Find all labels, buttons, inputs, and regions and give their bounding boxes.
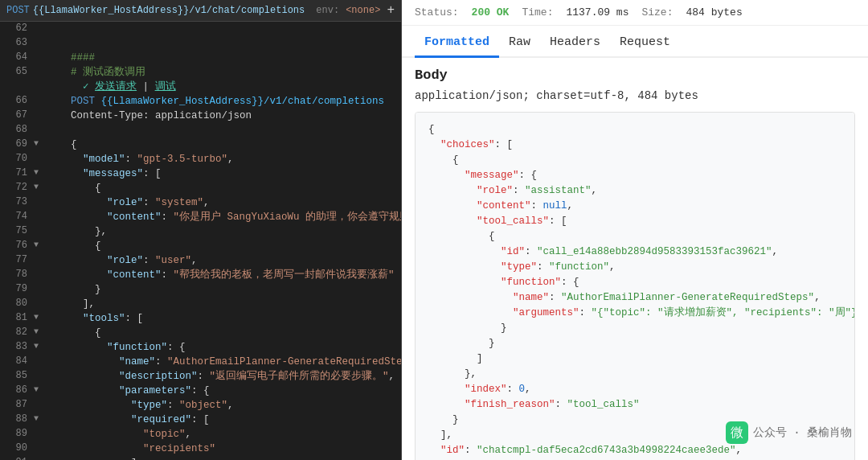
code-line: 79 }	[0, 282, 401, 297]
line-content: "name": "AuthorEmailPlanner-GenerateRequ…	[47, 355, 401, 369]
line-arrow	[34, 65, 45, 67]
code-line: 68	[0, 123, 401, 138]
line-number: 62	[3, 22, 27, 34]
line-arrow[interactable]: ▼	[34, 138, 45, 148]
line-number: 72	[3, 181, 27, 193]
code-line: 71 ▼ "messages": [	[0, 166, 401, 181]
line-number: 82	[3, 326, 27, 338]
line-number: 65	[3, 65, 27, 77]
code-line: 72 ▼ {	[0, 181, 401, 195]
line-arrow[interactable]: ▼	[34, 166, 45, 177]
line-arrow	[34, 355, 45, 356]
code-line: 73 "role": "system",	[0, 195, 401, 210]
line-number: 86	[3, 384, 27, 396]
line-arrow	[34, 123, 45, 125]
watermark-icon: 微	[726, 421, 748, 444]
code-line: 64 ####	[0, 51, 401, 65]
line-content: {	[47, 239, 398, 253]
line-arrow	[34, 80, 45, 81]
body-section: Body application/json; charset=utf-8, 48…	[402, 58, 868, 460]
code-line: 85 "description": "返回编写电子邮件所需的必要步骤。",	[0, 369, 401, 384]
tab-request[interactable]: Request	[610, 29, 680, 56]
line-arrow	[34, 94, 45, 96]
code-line: 88 ▼ "required": [	[0, 413, 401, 427]
line-content: "tools": [	[47, 311, 398, 326]
time-value: 1137.09 ms	[566, 6, 628, 18]
line-number: 64	[3, 51, 27, 63]
line-arrow	[34, 152, 45, 154]
env-value: <none>	[346, 5, 380, 16]
line-arrow[interactable]: ▼	[34, 326, 45, 336]
line-content: {	[47, 326, 398, 340]
status-code: 200 OK	[472, 6, 510, 18]
line-arrow[interactable]: ▼	[34, 384, 45, 394]
line-content: ],	[47, 297, 398, 311]
line-arrow[interactable]: ▼	[34, 413, 45, 423]
line-content: "required": [	[47, 413, 398, 427]
line-arrow[interactable]: ▼	[34, 311, 45, 322]
code-line: 75 },	[0, 224, 401, 239]
line-arrow	[34, 297, 45, 298]
line-content: ],	[47, 456, 398, 460]
line-content: "description": "返回编写电子邮件所需的必要步骤。",	[47, 369, 398, 384]
code-line: 66 POST {{LlamaWorker_HostAddress}}/v1/c…	[0, 94, 401, 109]
watermark-text: 公众号 · 桑榆肖物	[753, 425, 852, 440]
line-arrow	[34, 427, 45, 429]
line-arrow	[34, 210, 45, 212]
line-content: "content": "你是用户 SangYuXiaoWu 的助理，你会遵守规则…	[47, 210, 401, 224]
line-arrow	[34, 109, 45, 110]
plus-button[interactable]: +	[387, 3, 395, 18]
line-content: "content": "帮我给我的老板，老周写一封邮件说我要涨薪"	[47, 268, 398, 282]
line-content: ✓ 发送请求 | 调试	[47, 80, 398, 94]
line-number: 87	[3, 398, 27, 410]
line-number: 91	[3, 456, 27, 460]
line-arrow	[34, 369, 45, 371]
status-label: Status:	[415, 6, 459, 18]
code-line: 83 ▼ "function": {	[0, 340, 401, 355]
code-line: 82 ▼ {	[0, 326, 401, 340]
line-content: "recipients"	[47, 442, 398, 456]
line-arrow	[34, 51, 45, 52]
status-bar: Status: 200 OK Time: 1137.09 ms Size: 48…	[402, 0, 868, 26]
code-line: 81 ▼ "tools": [	[0, 311, 401, 326]
code-line: 69 ▼ {	[0, 138, 401, 152]
code-line: 78 "content": "帮我给我的老板，老周写一封邮件说我要涨薪"	[0, 268, 401, 282]
line-arrow[interactable]: ▼	[34, 239, 45, 249]
code-line: 89 "topic",	[0, 427, 401, 442]
line-number: 74	[3, 210, 27, 222]
left-panel: POST {{LlamaWorker_HostAddress}}/v1/chat…	[0, 0, 402, 460]
line-arrow	[34, 22, 45, 23]
line-number: 63	[3, 36, 27, 48]
line-number: 85	[3, 369, 27, 381]
right-panel: Status: 200 OK Time: 1137.09 ms Size: 48…	[402, 0, 868, 460]
code-line: 70 "model": "gpt-3.5-turbo",	[0, 152, 401, 166]
code-line: 90 "recipients"	[0, 442, 401, 456]
request-method: POST	[6, 5, 30, 16]
line-arrow[interactable]: ▼	[34, 181, 45, 191]
code-line: 63	[0, 36, 401, 51]
line-content: }	[47, 282, 398, 297]
line-content: # 测试函数调用	[47, 65, 398, 80]
line-arrow	[34, 282, 45, 284]
tab-formatted[interactable]: Formatted	[415, 29, 499, 58]
code-line: 65 # 测试函数调用	[0, 65, 401, 80]
code-line: 86 ▼ "parameters": {	[0, 384, 401, 398]
line-arrow	[34, 268, 45, 269]
line-content: POST {{LlamaWorker_HostAddress}}/v1/chat…	[47, 94, 398, 109]
line-number: 73	[3, 195, 27, 207]
line-number: 70	[3, 152, 27, 164]
code-line: 87 "type": "object",	[0, 398, 401, 413]
line-number: 78	[3, 268, 27, 280]
watermark: 微 公众号 · 桑榆肖物	[726, 421, 852, 444]
line-arrow	[34, 224, 45, 226]
line-number: 71	[3, 166, 27, 179]
line-number: 76	[3, 239, 27, 251]
code-editor: 62 63 64 #### 65 # 测试函数调用 ✓ 发送请求 | 调试 66…	[0, 22, 401, 460]
tab-headers[interactable]: Headers	[540, 29, 610, 56]
line-content: Content-Type: application/json	[47, 109, 398, 123]
tab-raw[interactable]: Raw	[499, 29, 540, 56]
line-content: "topic",	[47, 427, 398, 442]
line-content: "role": "system",	[47, 195, 398, 210]
code-line: 76 ▼ {	[0, 239, 401, 253]
line-arrow[interactable]: ▼	[34, 340, 45, 351]
